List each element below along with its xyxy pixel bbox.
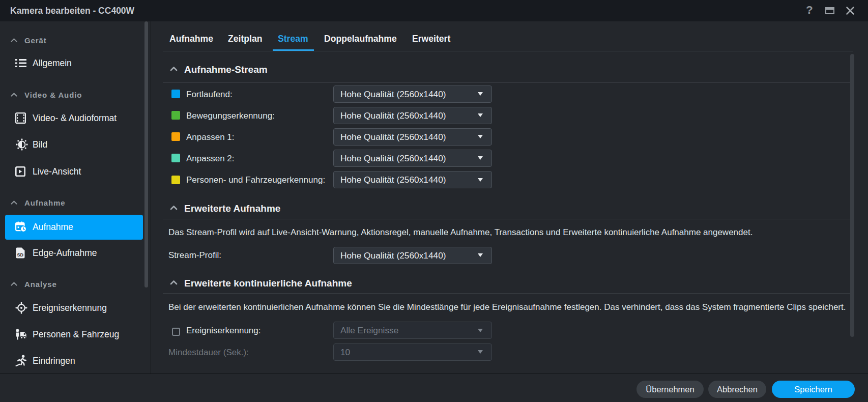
svg-text:SD: SD (17, 252, 24, 257)
